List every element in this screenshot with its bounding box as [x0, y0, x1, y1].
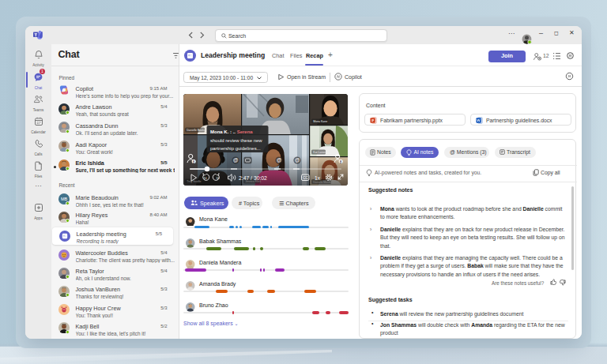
svg-text:@: @: [295, 157, 300, 163]
svg-text:Mona K. : .. Serena: Mona K. : .. Serena: [210, 129, 253, 134]
svg-text:should review these new: should review these new: [210, 138, 262, 143]
svg-text:8: 8: [193, 160, 195, 164]
svg-text:@: @: [233, 157, 239, 163]
svg-text:Mona Kane: Mona Kane: [313, 120, 327, 123]
svg-text:CC: CC: [303, 176, 308, 180]
svg-text:Danielle Booker: Danielle Booker: [187, 129, 207, 132]
svg-text:10: 10: [217, 177, 220, 180]
svg-text:10: 10: [204, 177, 207, 180]
svg-text:partnership guidelines...: partnership guidelines...: [210, 146, 261, 151]
svg-text:Kat Larsen: Kat Larsen: [313, 151, 326, 154]
svg-text:@: @: [277, 157, 282, 163]
svg-text:2:47 / 30:02: 2:47 / 30:02: [239, 175, 267, 181]
svg-text:1x: 1x: [315, 175, 321, 181]
svg-text:8: 8: [340, 160, 342, 164]
